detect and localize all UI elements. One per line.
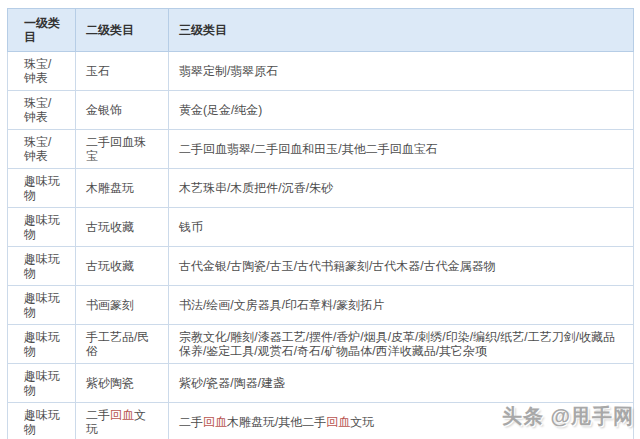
table-row: 趣味玩物紫砂陶瓷紫砂/瓷器/陶器/建盏 [8,364,634,403]
category-table: 一级类目 二级类目 三级类目 珠宝/钟表玉石翡翠定制/翡翠原石珠宝/钟表金银饰黄… [7,8,634,439]
table-row: 趣味玩物手工艺品/民俗宗教文化/雕刻/漆器工艺/摆件/香炉/烟具/皮革/刺绣/印… [8,325,634,364]
category-table-header: 一级类目 二级类目 三级类目 [8,9,634,52]
cell-level3-category: 黄金(足金/纯金) [169,91,634,130]
category-table-container: 一级类目 二级类目 三级类目 珠宝/钟表玉石翡翠定制/翡翠原石珠宝/钟表金银饰黄… [7,8,634,439]
cell-level1-category: 趣味玩物 [8,169,76,208]
cell-level1-category: 趣味玩物 [8,403,76,439]
cell-level2-category: 二手回血文玩 [76,403,169,439]
cell-level1-category: 趣味玩物 [8,325,76,364]
highlight-keyword: 回血 [326,415,350,429]
cell-level2-category: 手工艺品/民俗 [76,325,169,364]
cell-level2-category: 玉石 [76,52,169,91]
cell-level2-category: 二手回血珠宝 [76,130,169,169]
cell-level2-category: 金银饰 [76,91,169,130]
cell-level1-category: 趣味玩物 [8,208,76,247]
cell-level3-category: 紫砂/瓷器/陶器/建盏 [169,364,634,403]
cell-level2-category: 紫砂陶瓷 [76,364,169,403]
highlight-keyword: 回血 [110,408,134,422]
table-row: 珠宝/钟表金银饰黄金(足金/纯金) [8,91,634,130]
cell-level3-category: 宗教文化/雕刻/漆器工艺/摆件/香炉/烟具/皮革/刺绣/印染/编织/纸艺/工艺刀… [169,325,634,364]
cell-level1-category: 趣味玩物 [8,286,76,325]
cell-level3-category: 古代金银/古陶瓷/古玉/古代书籍篆刻/古代木器/古代金属器物 [169,247,634,286]
cell-level3-category: 书法/绘画/文房器具/印石章料/篆刻拓片 [169,286,634,325]
cell-level3-category: 二手回血翡翠/二手回血和田玉/其他二手回血宝石 [169,130,634,169]
cell-level2-category: 书画篆刻 [76,286,169,325]
column-header-level2: 二级类目 [76,9,169,52]
cell-level1-category: 珠宝/钟表 [8,130,76,169]
cell-level1-category: 趣味玩物 [8,247,76,286]
header-row: 一级类目 二级类目 三级类目 [8,9,634,52]
table-row: 趣味玩物古玩收藏钱币 [8,208,634,247]
cell-level2-category: 木雕盘玩 [76,169,169,208]
cell-level3-category: 翡翠定制/翡翠原石 [169,52,634,91]
cell-level3-category: 木艺珠串/木质把件/沉香/朱砂 [169,169,634,208]
cell-level2-category: 古玩收藏 [76,208,169,247]
table-row: 珠宝/钟表玉石翡翠定制/翡翠原石 [8,52,634,91]
category-table-body: 珠宝/钟表玉石翡翠定制/翡翠原石珠宝/钟表金银饰黄金(足金/纯金)珠宝/钟表二手… [8,52,634,439]
cell-level1-category: 珠宝/钟表 [8,52,76,91]
cell-level3-category: 钱币 [169,208,634,247]
table-row: 珠宝/钟表二手回血珠宝二手回血翡翠/二手回血和田玉/其他二手回血宝石 [8,130,634,169]
column-header-level1: 一级类目 [8,9,76,52]
table-row: 趣味玩物古玩收藏古代金银/古陶瓷/古玉/古代书籍篆刻/古代木器/古代金属器物 [8,247,634,286]
column-header-level3: 三级类目 [169,9,634,52]
table-row: 趣味玩物木雕盘玩木艺珠串/木质把件/沉香/朱砂 [8,169,634,208]
highlight-keyword: 回血 [203,415,227,429]
watermark-toutiao: 头条 @甩手网 [502,403,634,430]
table-row: 趣味玩物书画篆刻书法/绘画/文房器具/印石章料/篆刻拓片 [8,286,634,325]
cell-level2-category: 古玩收藏 [76,247,169,286]
cell-level1-category: 趣味玩物 [8,364,76,403]
cell-level1-category: 珠宝/钟表 [8,91,76,130]
